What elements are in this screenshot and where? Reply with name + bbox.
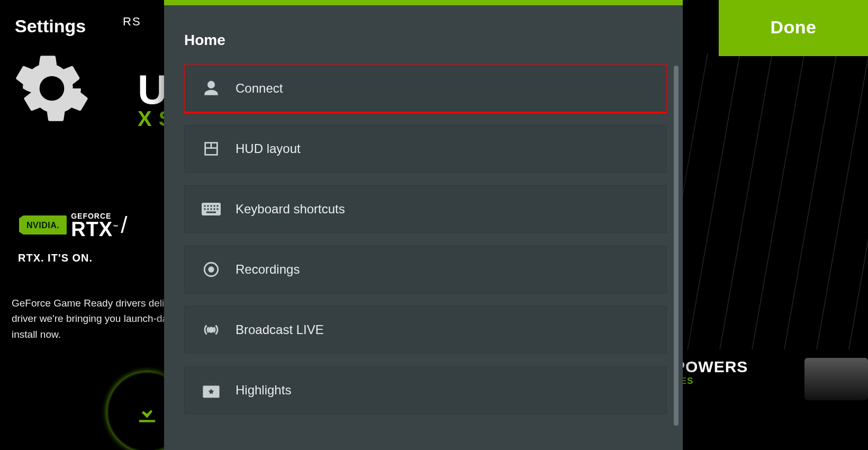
done-button[interactable]: Done (719, 0, 868, 56)
settings-item-label: HUD layout (236, 141, 301, 156)
svg-rect-18 (211, 383, 213, 385)
svg-rect-3 (211, 205, 212, 207)
svg-rect-6 (204, 209, 206, 210)
settings-item-recordings[interactable]: Recordings (184, 246, 667, 293)
layout-icon (201, 140, 222, 158)
panel-title: Home (184, 32, 683, 49)
svg-rect-19 (214, 383, 216, 385)
svg-rect-11 (206, 212, 216, 213)
svg-rect-17 (207, 383, 209, 385)
person-icon (201, 79, 222, 97)
settings-item-label: Highlights (236, 383, 291, 398)
rtx-slash: / (121, 212, 127, 238)
svg-point-14 (209, 328, 214, 332)
keyboard-icon (201, 202, 222, 217)
download-icon (133, 398, 161, 426)
svg-rect-7 (207, 209, 209, 210)
settings-panel: Home Connect HUD layout Keyboard shortcu… (164, 0, 683, 450)
settings-item-highlights[interactable]: Highlights (184, 366, 667, 414)
svg-rect-20 (218, 383, 220, 385)
panel-accent-bar (164, 0, 683, 5)
svg-rect-1 (204, 205, 206, 207)
gpu-card-image (804, 358, 868, 400)
nvidia-logo: NVIDIA. (19, 215, 67, 235)
rtx-badge: NVIDIA. GEFORCE RTX™ / (19, 212, 127, 238)
film-icon (201, 382, 222, 399)
svg-rect-5 (217, 205, 219, 207)
settings-block: Settings (15, 16, 89, 128)
record-icon (201, 260, 222, 278)
rtx-tagline: RTX. IT'S ON. (18, 252, 93, 264)
rtx-word: RTX (71, 218, 113, 240)
drivers-tab-fragment: RS (123, 15, 141, 29)
broadcast-icon (201, 321, 222, 339)
scrollbar[interactable] (674, 66, 679, 442)
svg-rect-2 (207, 205, 209, 207)
svg-rect-8 (211, 209, 212, 210)
svg-rect-10 (217, 209, 219, 210)
settings-item-hud-layout[interactable]: HUD layout (184, 125, 667, 173)
svg-rect-16 (203, 383, 205, 385)
settings-title: Settings (15, 16, 89, 37)
settings-item-label: Keyboard shortcuts (236, 202, 345, 217)
svg-rect-9 (214, 209, 215, 210)
settings-item-label: Recordings (236, 262, 300, 277)
settings-item-connect[interactable]: Connect (184, 65, 667, 112)
settings-item-label: Connect (236, 81, 283, 96)
gear-icon-large (15, 51, 89, 128)
svg-point-13 (209, 267, 214, 272)
nvidia-word: NVIDIA. (26, 221, 59, 230)
settings-list: Connect HUD layout Keyboard shortcuts Re… (184, 65, 667, 450)
settings-item-broadcast-live[interactable]: Broadcast LIVE (184, 306, 667, 354)
settings-item-label: Broadcast LIVE (236, 322, 324, 337)
scrollbar-thumb[interactable] (674, 66, 679, 426)
svg-rect-4 (214, 205, 215, 207)
settings-item-keyboard-shortcuts[interactable]: Keyboard shortcuts (184, 185, 667, 233)
